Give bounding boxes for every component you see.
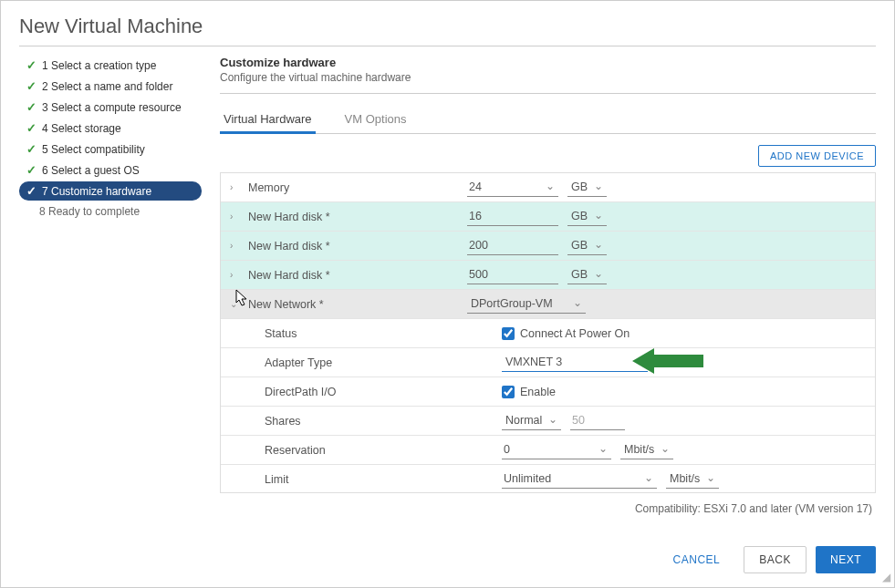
row-hard-disk-2: › New Hard disk * GB xyxy=(221,232,875,261)
step-ready-complete: 8 Ready to complete xyxy=(19,202,202,221)
step-creation-type[interactable]: 1 Select a creation type xyxy=(19,56,202,75)
adapter-label: Adapter Type xyxy=(265,356,332,369)
disk3-unit-select[interactable]: GB xyxy=(567,265,607,284)
hardware-table[interactable]: › Memory GB › New Hard disk * xyxy=(220,172,876,493)
row-adapter-type: Adapter Type VMXNET 3 xyxy=(221,348,875,377)
toolbar: ADD NEW DEVICE xyxy=(220,134,876,172)
disk2-size-input[interactable] xyxy=(467,236,558,255)
chevron-right-icon[interactable]: › xyxy=(230,241,243,251)
step-compatibility[interactable]: 5 Select compatibility xyxy=(19,139,202,159)
connect-power-on-wrap[interactable]: Connect At Power On xyxy=(502,327,630,340)
shares-level-select[interactable]: Normal xyxy=(502,411,561,430)
add-new-device-button[interactable]: ADD NEW DEVICE xyxy=(758,145,876,167)
adapter-type-select[interactable]: VMXNET 3 xyxy=(502,353,648,372)
disk3-label: New Hard disk * xyxy=(248,269,330,282)
compatibility-text: Compatibility: ESXi 7.0 and later (VM ve… xyxy=(220,493,876,515)
main-panel: Customize hardware Configure the virtual… xyxy=(202,56,876,515)
back-button[interactable]: BACK xyxy=(744,546,807,573)
reservation-unit-select[interactable]: Mbit/s xyxy=(620,440,673,459)
limit-label: Limit xyxy=(265,473,288,486)
connect-power-on-text: Connect At Power On xyxy=(520,327,630,340)
tabs: Virtual Hardware VM Options xyxy=(220,107,876,134)
memory-value-input[interactable] xyxy=(467,178,558,197)
step-storage[interactable]: 4 Select storage xyxy=(19,119,202,138)
row-memory: › Memory GB xyxy=(221,173,875,202)
step-compute-resource[interactable]: 3 Select a compute resource xyxy=(19,98,202,117)
wizard-dialog: New Virtual Machine 1 Select a creation … xyxy=(0,0,895,588)
tab-virtual-hardware[interactable]: Virtual Hardware xyxy=(220,107,316,134)
step-guest-os[interactable]: 6 Select a guest OS xyxy=(19,160,202,180)
reservation-value-input[interactable] xyxy=(502,440,611,459)
status-label: Status xyxy=(265,327,297,340)
memory-unit-select[interactable]: GB xyxy=(567,178,607,197)
cancel-button[interactable]: CANCEL xyxy=(659,546,735,573)
row-shares: Shares Normal xyxy=(221,407,875,436)
section-desc: Configure the virtual machine hardware xyxy=(220,71,876,94)
disk3-size-input[interactable] xyxy=(467,265,558,284)
limit-value-input[interactable] xyxy=(502,469,657,489)
limit-unit-select[interactable]: Mbit/s xyxy=(666,469,719,489)
row-reservation: Reservation Mbit/s xyxy=(221,436,875,465)
disk2-label: New Hard disk * xyxy=(248,240,330,253)
directpath-enable-text: Enable xyxy=(520,386,556,398)
directpath-label: DirectPath I/O xyxy=(265,386,337,398)
section-title: Customize hardware xyxy=(220,56,876,69)
row-hard-disk-1: › New Hard disk * GB xyxy=(221,202,875,232)
next-button[interactable]: NEXT xyxy=(816,546,876,573)
disk1-size-input[interactable] xyxy=(467,207,558,226)
tab-vm-options[interactable]: VM Options xyxy=(341,107,411,133)
footer-buttons: CANCEL BACK NEXT xyxy=(659,546,876,573)
directpath-enable-wrap[interactable]: Enable xyxy=(502,386,556,398)
row-directpath-io: DirectPath I/O Enable xyxy=(221,377,875,407)
network-label: New Network * xyxy=(248,298,324,311)
disk2-unit-select[interactable]: GB xyxy=(567,236,607,255)
connect-power-on-checkbox[interactable] xyxy=(502,327,515,340)
row-hard-disk-3: › New Hard disk * GB xyxy=(221,261,875,290)
shares-value-input xyxy=(570,411,625,430)
row-status: Status Connect At Power On xyxy=(221,319,875,348)
disk1-unit-select[interactable]: GB xyxy=(567,207,607,226)
row-new-network: ⌄ New Network * DPortGroup-VM xyxy=(221,290,875,319)
reservation-label: Reservation xyxy=(265,444,326,457)
step-name-folder[interactable]: 2 Select a name and folder xyxy=(19,77,202,96)
chevron-right-icon[interactable]: › xyxy=(230,211,243,222)
chevron-right-icon[interactable]: › xyxy=(230,270,243,280)
step-customize-hardware[interactable]: 7 Customize hardware xyxy=(19,181,202,201)
resize-grip-icon[interactable]: ◢ xyxy=(882,571,890,583)
memory-label: Memory xyxy=(248,181,289,194)
wizard-steps: 1 Select a creation type 2 Select a name… xyxy=(19,56,202,515)
network-portgroup-select[interactable]: DPortGroup-VM xyxy=(467,294,586,314)
disk1-label: New Hard disk * xyxy=(248,211,330,223)
shares-label: Shares xyxy=(265,415,301,428)
directpath-enable-checkbox[interactable] xyxy=(502,386,515,398)
dialog-body: 1 Select a creation type 2 Select a name… xyxy=(19,56,876,515)
chevron-right-icon[interactable]: › xyxy=(230,182,243,192)
dialog-title: New Virtual Machine xyxy=(19,15,876,46)
row-limit: Limit Mbit/s xyxy=(221,465,875,493)
chevron-down-icon[interactable]: ⌄ xyxy=(230,299,243,309)
